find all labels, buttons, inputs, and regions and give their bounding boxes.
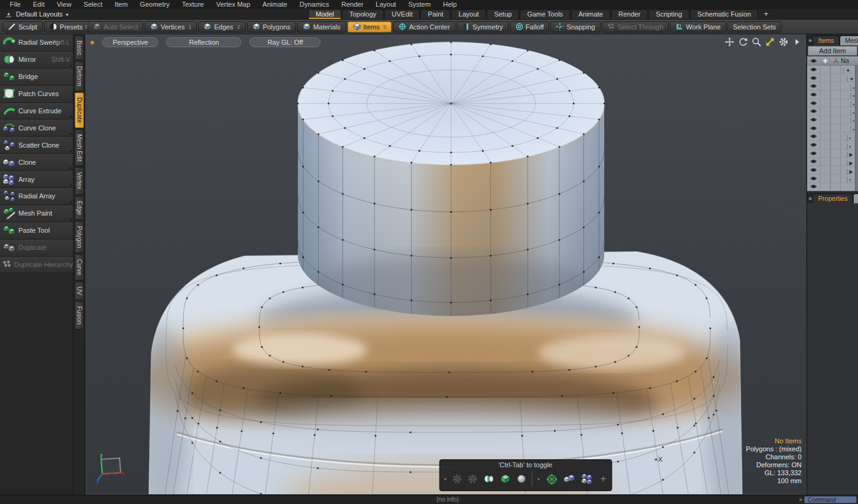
eject-icon[interactable]: ▲ — [6, 12, 11, 17]
command-history-icon[interactable]: > — [799, 497, 802, 503]
menu-item[interactable]: Item — [108, 0, 134, 9]
tool-array[interactable]: Array — [0, 171, 73, 188]
viewport-menu-dot[interactable] — [90, 40, 94, 45]
tool-duplicate[interactable]: Duplicate — [0, 239, 73, 257]
tab-channels[interactable]: Cha — [853, 194, 858, 203]
add-item-button[interactable]: Add Item — [808, 46, 857, 56]
symmetry-button[interactable]: Symmetry — [457, 21, 509, 32]
menu-texture[interactable]: Texture — [176, 0, 210, 9]
visibility-toggle[interactable] — [807, 117, 820, 122]
tool-clone[interactable]: Clone — [0, 154, 73, 171]
perspective-button[interactable]: Perspective — [102, 37, 158, 47]
menu-dynamics[interactable]: Dynamics — [294, 0, 335, 9]
materials-button[interactable]: Materials — [297, 21, 346, 32]
item-row-14[interactable] — [807, 183, 858, 192]
polygons-button[interactable]: Polygons — [247, 21, 296, 32]
layout-switcher[interactable]: Default Layouts ▼ — [16, 10, 69, 18]
tool-radial-sweep[interactable]: Radial SweepShift-L — [0, 34, 73, 51]
item-list-scrollbar[interactable] — [855, 66, 858, 191]
layout-tab-topology[interactable]: Topology — [342, 9, 384, 19]
visibility-toggle[interactable] — [807, 100, 820, 106]
menu-view[interactable]: View — [51, 0, 78, 9]
visibility-toggle[interactable] — [807, 75, 820, 81]
falloff-button[interactable]: Falloff — [510, 21, 550, 32]
visibility-toggle[interactable] — [807, 184, 820, 189]
menu-animate[interactable]: Animate — [256, 0, 293, 9]
zoom-icon[interactable] — [752, 37, 761, 47]
menu-render[interactable]: Render — [335, 0, 370, 9]
tool-bridge[interactable]: Bridge — [0, 69, 73, 86]
tool-patch-curves[interactable]: Patch Curves — [0, 86, 73, 103]
menu-vertex-map[interactable]: Vertex Map — [210, 0, 257, 9]
layout-tab-render[interactable]: Render — [611, 9, 648, 19]
tool-curve-extrude[interactable]: Curve Extrude — [0, 103, 73, 120]
layout-tab-uvedit[interactable]: UVEdit — [384, 9, 420, 19]
add-layout-tab-button[interactable]: + — [759, 9, 773, 19]
visibility-toggle[interactable] — [807, 142, 820, 148]
layout-tab-setup[interactable]: Setup — [487, 9, 519, 19]
visibility-toggle[interactable] — [807, 108, 820, 114]
layout-tab-scripting[interactable]: Scripting — [648, 9, 689, 19]
vertices-button[interactable]: Vertices1 — [145, 21, 197, 32]
snapping-button[interactable]: Snapping — [550, 21, 601, 32]
category-tab-basic[interactable]: Basic — [75, 36, 84, 60]
item-row-13[interactable]: ┆▪ — [807, 175, 858, 183]
category-tab-polygon[interactable]: Polygon — [75, 221, 84, 253]
category-tab-deform[interactable]: Deform — [75, 61, 84, 91]
menu-file[interactable]: File — [4, 0, 27, 9]
work-plane-button[interactable]: Work Plane — [670, 21, 726, 32]
menu-geometry[interactable]: Geometry — [134, 0, 175, 9]
visibility-toggle[interactable] — [807, 67, 820, 72]
visibility-toggle[interactable] — [807, 92, 820, 97]
visibility-toggle[interactable] — [807, 134, 820, 139]
raygl-button[interactable]: Ray GL: Off — [249, 37, 321, 47]
shading-mode-button[interactable]: Reflection — [166, 37, 241, 47]
tab-items[interactable]: Items — [813, 36, 840, 45]
tab-scroll-icon[interactable]: ◉ — [808, 38, 812, 43]
menu-help[interactable]: Help — [437, 0, 463, 9]
layout-tab-animate[interactable]: Animate — [571, 9, 610, 19]
edges-button[interactable]: Edges2 — [198, 21, 245, 32]
tool-radial-array[interactable]: Radial Array — [0, 188, 73, 205]
menu-layout[interactable]: Layout — [370, 0, 402, 9]
tool-curve-clone[interactable]: Curve Clone — [0, 119, 73, 137]
menu-system[interactable]: System — [402, 0, 437, 9]
sculpt-button[interactable]: Sculpt — [2, 21, 43, 32]
category-tab-uv[interactable]: UV — [75, 282, 84, 300]
maximize-icon[interactable] — [765, 37, 775, 47]
tool-paste-tool[interactable]: Paste Tool — [0, 222, 73, 239]
visibility-toggle[interactable] — [807, 159, 820, 164]
visibility-toggle[interactable] — [807, 126, 820, 131]
add-column-icon[interactable]: ✚ — [820, 58, 830, 64]
layout-tab-schematic-fusion[interactable]: Schematic Fusion — [690, 9, 758, 19]
tab-mesh[interactable]: Mesh — [840, 36, 858, 45]
add-tool-button[interactable]: + — [600, 473, 606, 485]
auto-select-button[interactable]: Auto Select — [88, 21, 143, 32]
items-button[interactable]: Items5 — [347, 21, 392, 32]
action-center-button[interactable]: Action Center — [393, 21, 455, 32]
layout-tab-model[interactable]: Model — [308, 9, 341, 19]
category-tab-duplicate[interactable]: Duplicate — [75, 92, 84, 128]
expand-arrow-icon[interactable] — [792, 37, 802, 47]
visibility-column-icon[interactable] — [807, 58, 820, 64]
gear-icon[interactable] — [779, 37, 788, 47]
orbit-icon[interactable] — [738, 37, 748, 47]
tool-mesh-paint[interactable]: Mesh Paint — [0, 205, 73, 222]
axis-column-icon[interactable] — [830, 58, 841, 64]
layout-tab-paint[interactable]: Paint — [420, 9, 450, 19]
tool-mirror[interactable]: MirrorShift-V — [0, 51, 73, 69]
visibility-toggle[interactable] — [807, 176, 820, 181]
visibility-toggle[interactable] — [807, 167, 820, 173]
tool-duplicate-hierarchy[interactable]: Duplicate Hierarchy — [0, 257, 73, 274]
visibility-toggle[interactable] — [807, 83, 820, 89]
layout-tab-game-tools[interactable]: Game Tools — [520, 9, 571, 19]
selection-sets-button[interactable]: Selection Sets — [727, 21, 781, 32]
category-tab-mesh-edit[interactable]: Mesh Edit — [75, 129, 84, 166]
select-through-button[interactable]: Select Through — [602, 21, 669, 32]
tool-scatter-clone[interactable]: Scatter Clone — [0, 137, 73, 154]
menu-edit[interactable]: Edit — [27, 0, 51, 9]
category-tab-vertex[interactable]: Vertex — [75, 167, 84, 194]
command-input[interactable]: Command — [804, 496, 857, 503]
layout-tab-layout[interactable]: Layout — [451, 9, 486, 19]
category-tab-edge[interactable]: Edge — [75, 196, 84, 220]
